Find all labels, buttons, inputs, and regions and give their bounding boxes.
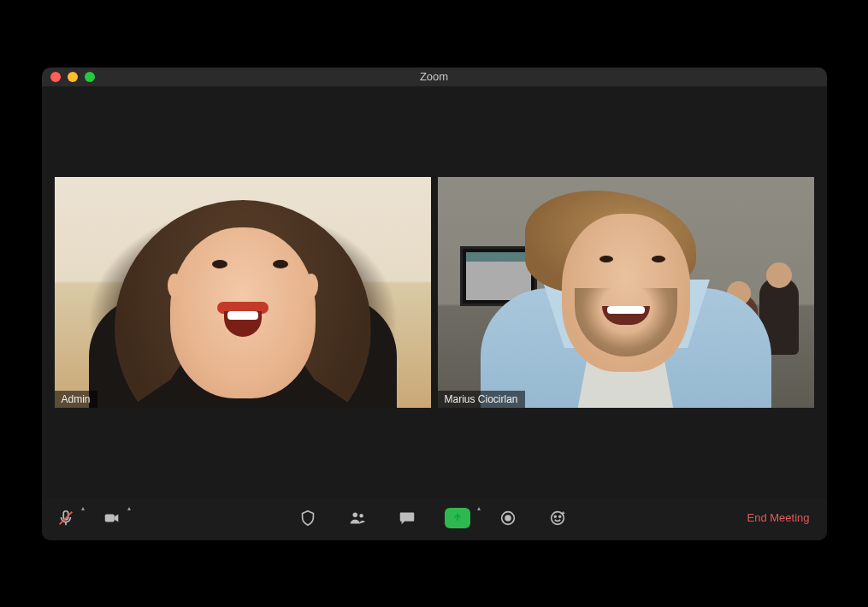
share-screen-button[interactable]: ▴ [445,506,470,530]
svg-point-7 [552,511,564,524]
end-meeting-button[interactable]: End Meeting [742,508,815,527]
svg-rect-2 [104,514,114,522]
svg-point-9 [559,516,561,517]
participant-name-label: Admin [55,391,97,408]
chevron-up-icon[interactable]: ▴ [477,504,481,512]
titlebar[interactable]: Zoom [42,68,827,86]
app-window: Zoom Admin [42,68,827,540]
record-icon [499,509,517,527]
participants-button[interactable] [345,506,369,530]
participants-icon [348,509,367,527]
share-screen-icon [445,508,470,528]
participant-tile[interactable]: Marius Ciocirlan [438,177,814,408]
window-minimize-button[interactable] [68,72,78,82]
video-grid: Admin Marius Ciocirlan [42,86,827,499]
svg-point-4 [359,514,363,517]
window-fullscreen-button[interactable] [85,72,95,82]
video-icon [103,509,121,527]
chevron-up-icon[interactable]: ▴ [127,504,131,512]
window-title: Zoom [42,70,827,83]
svg-point-3 [353,512,358,517]
shield-icon [298,509,317,527]
security-button[interactable] [296,506,320,530]
participant-name-label: Marius Ciocirlan [438,391,525,408]
svg-point-8 [554,516,556,517]
participant-tile[interactable]: Admin [55,177,431,408]
mute-button[interactable]: ▴ [54,506,78,530]
meeting-toolbar: ▴ ▴ [42,499,827,540]
video-button[interactable]: ▴ [100,506,124,530]
chat-icon [398,509,416,527]
reactions-button[interactable] [546,506,570,530]
record-button[interactable] [496,506,520,530]
chevron-up-icon[interactable]: ▴ [81,504,85,512]
svg-point-6 [505,516,511,521]
window-close-button[interactable] [50,72,61,82]
chat-button[interactable] [395,506,419,530]
reactions-icon [548,509,567,527]
microphone-muted-icon [56,509,75,527]
